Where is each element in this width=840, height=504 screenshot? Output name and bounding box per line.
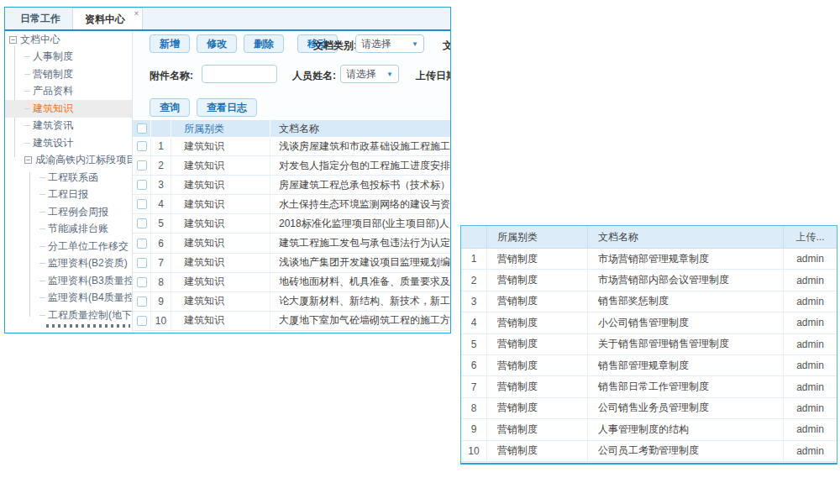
tree-item[interactable]: 监理资料(B3质量控制): [5, 272, 132, 290]
row-number: 9: [151, 292, 171, 311]
header-uploader: 上传...: [784, 226, 837, 248]
table-row[interactable]: 2 建筑知识 对发包人指定分包的工程施工进度安排...: [133, 156, 450, 176]
tree-item[interactable]: − 成渝高铁内江标段项目: [5, 152, 132, 170]
tree-item[interactable]: 分工单位工作移交: [5, 238, 132, 255]
table-row[interactable]: 6 建筑知识 建筑工程施工发包与承包违法行为认定...: [133, 234, 450, 253]
table-row[interactable]: 2 营销制度 市场营销部内部会议管理制度 admin: [461, 270, 837, 291]
tree-item[interactable]: − 文档中心: [5, 31, 132, 49]
document-center-window: 日常工作 资料中心 × − 文档中心 人事制度: [4, 7, 451, 333]
tree-item[interactable]: 节能减排台账: [5, 221, 132, 239]
row-uploader: admin: [784, 419, 837, 439]
row-number: 4: [151, 195, 171, 213]
row-checkbox[interactable]: [137, 199, 147, 209]
row-number: 6: [151, 234, 171, 252]
row-checkbox[interactable]: [137, 297, 147, 307]
row-number: 8: [151, 273, 171, 291]
tree-item-label: 人事制度: [33, 50, 73, 64]
table-row[interactable]: 10 建筑知识 大厦地下室加气砼墙砌筑工程的施工方...: [133, 312, 450, 331]
marketing-documents-table: 所属别类 文档名称 上传... 1 营销制度 市场营销部管理规章制度 admin…: [460, 225, 837, 465]
row-doc-name: 地砖地面材料、机具准备、质量要求及...: [270, 273, 450, 291]
row-number: 6: [461, 355, 487, 375]
action-toolbar: 新增 修改 删除 移动: [150, 34, 338, 53]
row-doc-name: 水土保持生态环境监测网络的建设与资...: [270, 195, 450, 213]
table-row[interactable]: 5 建筑知识 2018标准化监理项目部(业主项目部)人员...: [133, 214, 450, 234]
table-row[interactable]: 1 营销制度 市场营销部管理规章制度 admin: [461, 249, 837, 270]
table-row[interactable]: 10 营销制度 公司员工考勤管理制度 admin: [461, 441, 837, 462]
edit-button[interactable]: 修改: [197, 34, 237, 53]
row-number: 8: [461, 398, 487, 418]
row-checkbox[interactable]: [137, 239, 147, 249]
tree-item[interactable]: 营销制度: [5, 66, 132, 83]
tree-item[interactable]: 人事制度: [5, 49, 132, 66]
tab-data-center-label: 资料中心: [85, 13, 125, 25]
row-checkbox[interactable]: [137, 316, 147, 326]
tree-item-label: 节能减排台账: [48, 222, 108, 236]
tree-item[interactable]: 监理资料(B2资质): [5, 255, 132, 273]
tree-item[interactable]: 工程日报: [5, 186, 132, 204]
row-category: 营销制度: [487, 398, 588, 418]
tree-item[interactable]: 工程质量控制(地下室): [5, 307, 132, 324]
tree-item[interactable]: 产品资料: [5, 83, 132, 101]
row-checkbox-cell: [133, 273, 151, 291]
row-checkbox[interactable]: [137, 277, 147, 287]
attachment-name-input[interactable]: [202, 65, 277, 83]
table-row[interactable]: 5 营销制度 关于销售部管理销售管理制度 admin: [461, 334, 837, 355]
row-category: 建筑知识: [171, 176, 270, 194]
table-row[interactable]: 8 建筑知识 地砖地面材料、机具准备、质量要求及...: [133, 273, 450, 292]
doc-category-select[interactable]: 请选择 ▼: [355, 34, 424, 53]
row-checkbox[interactable]: [137, 218, 147, 228]
table-row[interactable]: 4 建筑知识 水土保持生态环境监测网络的建设与资...: [133, 195, 450, 214]
row-checkbox[interactable]: [137, 258, 147, 268]
table-row[interactable]: 1 建筑知识 浅谈房屋建筑和市政基础设施工程施工...: [133, 137, 450, 156]
header-doc-name: 文档名称: [588, 226, 784, 248]
row-category: 建筑知识: [171, 254, 270, 272]
clipped-tree-item: [46, 324, 130, 328]
view-log-button[interactable]: 查看日志: [197, 98, 257, 117]
tree-item-label: 监理资料(B2资质): [48, 256, 128, 270]
table-row[interactable]: 8 营销制度 公司销售业务员管理制度 admin: [461, 398, 837, 419]
close-icon[interactable]: ×: [134, 9, 139, 18]
row-checkbox-cell: [133, 137, 151, 155]
tree-item-label: 工程日报: [48, 187, 88, 202]
row-uploader: admin: [784, 334, 837, 354]
table-row[interactable]: 9 建筑知识 论大厦新材料、新结构、新技术，新工...: [133, 292, 450, 312]
row-doc-name: 关于销售部管理销售管理制度: [588, 334, 784, 354]
delete-button[interactable]: 删除: [244, 34, 284, 53]
tab-daily-work[interactable]: 日常工作: [8, 8, 72, 29]
row-category: 营销制度: [487, 355, 588, 375]
table-row[interactable]: 7 建筑知识 浅谈地产集团开发建设项目监理规划编...: [133, 254, 450, 273]
row-category: 建筑知识: [171, 234, 270, 252]
doc-category-value: 请选择: [361, 37, 391, 51]
tree-item[interactable]: 工程例会周报: [5, 203, 132, 221]
tree-item[interactable]: 建筑设计: [5, 134, 132, 152]
query-button[interactable]: 查询: [150, 98, 190, 117]
documents-table: 所属别类 文档名称 1 建筑知识 浅谈房屋建筑和市政基础设施工程施工...: [133, 120, 450, 331]
table-row[interactable]: 7 营销制度 销售部日常工作管理制度 admin: [461, 376, 837, 397]
add-button[interactable]: 新增: [150, 34, 190, 53]
table-row[interactable]: 9 营销制度 人事管理制度的结构 admin: [461, 419, 837, 440]
tree-item-label: 工程质量控制(地下室): [48, 308, 133, 323]
tree-item[interactable]: 工程联系函: [5, 169, 132, 186]
chevron-down-icon: ▼: [412, 40, 418, 48]
row-checkbox[interactable]: [137, 141, 147, 151]
table-row[interactable]: 6 营销制度 销售部管理规章制度 admin: [461, 355, 837, 376]
tree-item-label: 建筑资讯: [33, 118, 73, 133]
table-row[interactable]: 4 营销制度 小公司销售管理制度 admin: [461, 312, 837, 333]
select-all-checkbox[interactable]: [137, 123, 147, 134]
table-row[interactable]: 3 营销制度 销售部奖惩制度 admin: [461, 291, 837, 312]
collapse-icon[interactable]: −: [9, 36, 17, 44]
person-name-select[interactable]: 请选择 ▼: [340, 65, 399, 83]
row-checkbox[interactable]: [137, 160, 147, 171]
row-checkbox[interactable]: [137, 180, 147, 190]
tab-data-center[interactable]: 资料中心 ×: [72, 8, 143, 29]
tree-item[interactable]: 建筑知识: [5, 100, 132, 118]
row-doc-name: 公司销售业务员管理制度: [588, 398, 784, 418]
tree-item[interactable]: 建筑资讯: [5, 118, 132, 135]
row-checkbox-cell: [133, 234, 151, 252]
table-row[interactable]: 3 建筑知识 房屋建筑工程总承包投标书（技术标）...: [133, 176, 450, 195]
row-uploader: admin: [784, 355, 837, 375]
collapse-icon[interactable]: −: [24, 156, 32, 164]
row-category: 营销制度: [487, 312, 588, 333]
tree-item[interactable]: 监理资料(B4质量控制): [5, 290, 132, 307]
table-body: 1 建筑知识 浅谈房屋建筑和市政基础设施工程施工... 2 建筑知识 对发包人指…: [133, 137, 450, 331]
